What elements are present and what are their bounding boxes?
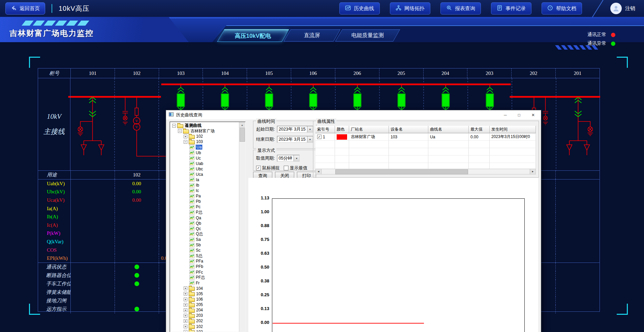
tree-item-Pc[interactable]: Pc [171, 204, 239, 210]
tree-item-105[interactable]: +105 [171, 291, 239, 297]
nav-event-log-button[interactable]: 事件记录 [491, 2, 531, 15]
expand-icon[interactable]: + [184, 135, 187, 138]
expand-icon[interactable]: + [184, 314, 187, 317]
tree-item-label: Sb [196, 243, 201, 247]
tree-item-Q总[interactable]: Q总 [171, 231, 239, 237]
tree-item-label: Ib [196, 183, 199, 188]
collapse-icon[interactable]: − [178, 129, 182, 133]
minimize-button[interactable]: ─ [504, 113, 507, 117]
period-select[interactable]: 05分钟 ▼ [277, 155, 300, 162]
event-log-icon [497, 5, 502, 12]
purpose-cell-201 [555, 171, 600, 179]
back-home-button[interactable]: 返回首页 [5, 2, 45, 15]
nav-report-query-button[interactable]: 报表查询 [440, 2, 481, 15]
attr-table-hscrollbar[interactable]: ◄ ► [315, 169, 536, 174]
tree-item-Qa[interactable]: Qa [171, 215, 239, 221]
tree-item-Fr[interactable]: Fr [171, 280, 239, 286]
tree-item-Ubc[interactable]: Ubc [171, 166, 239, 172]
station-title: 吉林财富广场电力监控 [9, 28, 94, 38]
tree-item-PF总[interactable]: PF总 [171, 275, 239, 280]
mouse-capture-checkbox[interactable]: ✓ [256, 166, 261, 170]
tree-item-203[interactable]: +203 [171, 313, 239, 318]
close-button[interactable]: ✕ [531, 113, 535, 117]
collapse-icon[interactable]: − [184, 140, 187, 144]
user-area[interactable]: 注销 [610, 3, 635, 14]
start-date-select[interactable]: 2023年 3月15 ▼ [277, 126, 313, 133]
expand-icon[interactable]: + [184, 298, 187, 301]
tree-item-204[interactable]: +204 [171, 307, 239, 313]
tree-item-103[interactable]: +103 [171, 329, 239, 332]
tree-item-Ub[interactable]: Ub [171, 150, 239, 155]
expand-icon[interactable]: + [184, 286, 187, 290]
tree-item-Sc[interactable]: Sc [171, 248, 239, 253]
folder-icon [189, 314, 195, 318]
tree-item-label: Pc [196, 204, 201, 209]
tree-item-205[interactable]: +205 [171, 302, 239, 307]
tree-item-Qc[interactable]: Qc [171, 226, 239, 231]
tree-item-102[interactable]: +102 [171, 324, 239, 329]
tree-item-PFb[interactable]: PFb [171, 264, 239, 269]
tree-item-202[interactable]: +202 [171, 318, 239, 324]
tree-item-Ia[interactable]: Ia [171, 177, 239, 183]
title-divider [52, 4, 52, 13]
scroll-right-icon[interactable]: ► [530, 169, 535, 174]
tree-item-Uab[interactable]: Uab [171, 161, 239, 166]
tree-item-Ib[interactable]: Ib [171, 183, 239, 188]
cabinet-header-206: 206 [335, 68, 379, 78]
logout-label[interactable]: 注销 [625, 5, 635, 12]
tree-item-Uc[interactable]: Uc [171, 156, 239, 161]
tree-item-102[interactable]: +102 [171, 134, 239, 139]
cabinet-header-104: 104 [203, 68, 247, 78]
tree-item-104[interactable]: +104 [171, 286, 239, 291]
curve-icon [189, 254, 194, 258]
tree-item-PFa[interactable]: PFa [171, 258, 239, 264]
hscrollbar-thumb[interactable] [335, 169, 468, 174]
expand-icon[interactable]: + [184, 308, 187, 312]
end-date-select[interactable]: 2023年 3月15 ▼ [277, 136, 313, 143]
nav-help-doc-button[interactable]: ? 帮助文档 [542, 2, 582, 15]
expand-icon[interactable]: + [184, 325, 187, 328]
expand-icon[interactable]: + [184, 330, 187, 332]
tree-item-吉林财富广场[interactable]: −吉林财富广场 [171, 128, 239, 134]
tree-item-Ic[interactable]: Ic [171, 188, 239, 193]
tree-item-Sa[interactable]: Sa [171, 237, 239, 242]
nav-history-curve-button[interactable]: 历史曲线 [339, 2, 380, 15]
tab-hv-10kv[interactable]: 高压10kV配电 [217, 29, 289, 42]
scroll-left-icon[interactable]: ◄ [316, 169, 321, 174]
expand-icon[interactable]: + [184, 292, 187, 296]
tree-item-103[interactable]: −103 [171, 139, 239, 144]
attr-cell-3: 吉林财富广场 [349, 133, 389, 141]
nav-network-topology-button[interactable]: 网络拓扑 [390, 2, 430, 15]
tree-item-PFc[interactable]: PFc [171, 270, 239, 275]
tree-item-S总[interactable]: S总 [171, 253, 239, 258]
scroll-up-icon[interactable]: ▲ [239, 122, 245, 128]
tree-item-Sb[interactable]: Sb [171, 242, 239, 248]
curve-icon [189, 216, 194, 220]
tree-item-Pb[interactable]: Pb [171, 199, 239, 204]
row-checkbox[interactable]: ✓ [317, 135, 321, 139]
tree-item-Uca[interactable]: Uca [171, 172, 239, 177]
tree-scrollbar-thumb[interactable] [240, 128, 245, 142]
show-extreme-checkbox[interactable] [284, 166, 288, 170]
expand-icon[interactable]: + [184, 319, 187, 323]
tree-item-label: Sa [196, 237, 201, 242]
tree-scrollbar[interactable]: ▲ [239, 122, 245, 332]
chevron-down-icon: ▼ [294, 155, 299, 161]
tree-item-遥测曲线[interactable]: −遥测曲线 [171, 123, 239, 128]
attr-row[interactable]: ✓1吉林财富广场103Ua0.002023年3月15日00时0 [315, 133, 536, 141]
tree-item-Ua[interactable]: Ua [171, 144, 239, 150]
tree-item-Pa[interactable]: Pa [171, 193, 239, 199]
dialog-title-bar[interactable]: 历史曲线查询 ─ □ ✕ [166, 110, 541, 119]
folder-icon [189, 298, 195, 302]
tab-dc-screen[interactable]: 直流屏 [284, 29, 341, 42]
tab-power-quality[interactable]: 电能质量监测 [335, 29, 400, 42]
tree-item-label: 205 [196, 302, 203, 307]
expand-icon[interactable]: + [184, 303, 187, 307]
collapse-icon[interactable]: − [172, 124, 176, 128]
curve-icon [189, 177, 194, 182]
tree-item-106[interactable]: +106 [171, 297, 239, 302]
tree-item-P总[interactable]: P总 [171, 210, 239, 215]
tree-item-Qb[interactable]: Qb [171, 221, 239, 226]
chart-plot-area [272, 198, 525, 332]
maximize-button[interactable]: □ [518, 113, 520, 117]
